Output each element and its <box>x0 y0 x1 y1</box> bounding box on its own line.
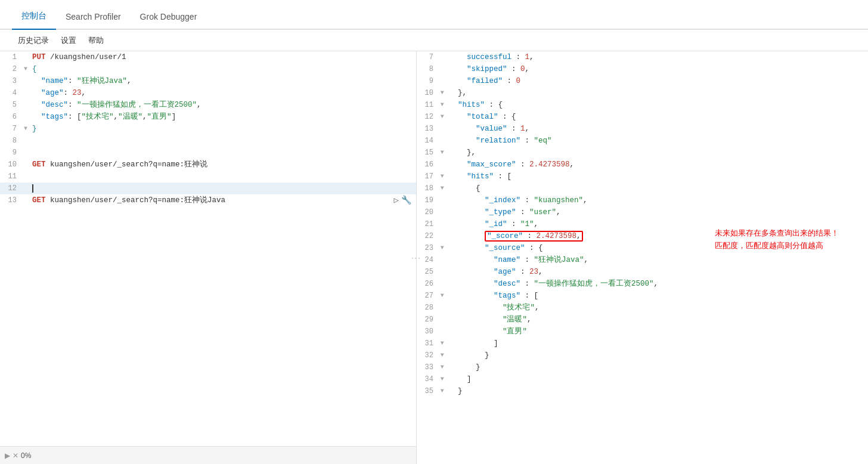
output-panel[interactable]: 7 successful : 1, 8 "skipped" : 0, 9 "fa… <box>417 51 868 464</box>
out-linenum-17: 17 <box>417 171 438 182</box>
output-line-29: 29 "温暖", <box>417 314 868 326</box>
out-linenum-16: 16 <box>417 159 438 171</box>
output-line-34: 34 ▼ ] <box>417 373 868 385</box>
out-linenum-34: 34 <box>417 373 438 385</box>
wrench-icon[interactable]: 🔧 <box>401 194 411 206</box>
out-content-20: "_type" : "user", <box>447 206 868 218</box>
panel-resize-handle[interactable]: ⋮ <box>413 51 419 464</box>
line-content-12[interactable] <box>30 182 416 194</box>
play-progress-icon[interactable]: ▶ <box>5 451 10 460</box>
out-gutter-33[interactable]: ▼ <box>438 361 447 373</box>
output-line-18: 18 ▼ { <box>417 182 868 194</box>
out-content-25: "age" : 23, <box>447 266 868 278</box>
out-linenum-13: 13 <box>417 123 438 135</box>
main-area: 1 PUT /kuangshen/user/1 2 ▼ { 3 "name": … <box>0 51 868 464</box>
editor-line-11: 11 <box>0 171 416 182</box>
editor-line-2: 2 ▼ { <box>0 63 416 75</box>
line-number-11: 11 <box>0 171 21 182</box>
editor-line-13: 13 GET kuangshen/user/_search?q=name:狂神说… <box>0 194 416 206</box>
output-line-30: 30 "直男" <box>417 326 868 338</box>
out-linenum-11: 11 <box>417 99 438 111</box>
out-linenum-8: 8 <box>417 63 438 75</box>
output-line-17: 17 ▼ "hits" : [ <box>417 171 868 182</box>
output-line-9: 9 "failed" : 0 <box>417 75 868 87</box>
out-content-12: "total" : { <box>447 111 868 123</box>
tab-grok-debugger[interactable]: Grok Debugger <box>131 5 207 30</box>
output-line-7: 7 successful : 1, <box>417 51 868 63</box>
line-number-7: 7 <box>0 123 21 135</box>
out-linenum-7: 7 <box>417 51 438 63</box>
line-content-2[interactable]: { <box>30 63 416 75</box>
editor-line-8: 8 <box>0 135 416 147</box>
output-line-10: 10 ▼ }, <box>417 87 868 99</box>
out-linenum-35: 35 <box>417 385 438 397</box>
out-gutter-34[interactable]: ▼ <box>438 373 447 385</box>
output-line-26: 26 "desc" : "一顿操作猛如虎，一看工资2500", <box>417 278 868 290</box>
out-gutter-11[interactable]: ▼ <box>438 99 447 111</box>
line-number-10: 10 <box>0 159 21 171</box>
toolbar-history[interactable]: 历史记录 <box>12 33 55 48</box>
out-gutter-27[interactable]: ▼ <box>438 290 447 302</box>
editor-line-1: 1 PUT /kuangshen/user/1 <box>0 51 416 63</box>
editor-line-7: 7 ▼ } <box>0 123 416 135</box>
toolbar-help[interactable]: 帮助 <box>82 33 110 48</box>
editor-area[interactable]: 1 PUT /kuangshen/user/1 2 ▼ { 3 "name": … <box>0 51 416 446</box>
tab-console[interactable]: 控制台 <box>12 4 56 30</box>
line-content-3[interactable]: "name": "狂神说Java", <box>30 75 416 87</box>
out-content-35: } <box>447 385 868 397</box>
out-content-31: ] <box>447 338 868 349</box>
line-content-1[interactable]: PUT /kuangshen/user/1 <box>30 51 416 63</box>
top-nav: 控制台 Search Profiler Grok Debugger <box>0 0 868 30</box>
line-content-13[interactable]: GET kuangshen/user/_search?q=name:狂神说Jav… <box>30 194 393 206</box>
out-gutter-23[interactable]: ▼ <box>438 242 447 254</box>
toolbar-settings[interactable]: 设置 <box>55 33 82 48</box>
out-content-7: successful : 1, <box>447 51 868 63</box>
line-content-10[interactable]: GET kuangshen/user/_search?q=name:狂神说 <box>30 159 416 171</box>
editor-line-4: 4 "age": 23, <box>0 87 416 99</box>
out-linenum-23: 23 <box>417 242 438 254</box>
out-content-33: } <box>447 361 868 373</box>
run-icon[interactable]: ▷ <box>393 194 398 206</box>
output-line-16: 16 "max_score" : 2.4273598, <box>417 159 868 171</box>
out-gutter-15[interactable]: ▼ <box>438 147 447 159</box>
editor-line-6: 6 "tags": ["技术宅","温暖","直男"] <box>0 111 416 123</box>
line-number-8: 8 <box>0 135 21 147</box>
out-content-10: }, <box>447 87 868 99</box>
line-number-2: 2 <box>0 63 21 75</box>
line-number-4: 4 <box>0 87 21 99</box>
editor-line-5: 5 "desc": "一顿操作猛如虎，一看工资2500", <box>0 99 416 111</box>
output-line-20: 20 "_type" : "user", <box>417 206 868 218</box>
output-line-35: 35 ▼ } <box>417 385 868 397</box>
progress-percentage: 0% <box>21 451 31 460</box>
editor-line-10: 10 GET kuangshen/user/_search?q=name:狂神说 <box>0 159 416 171</box>
toolbar: 历史记录 设置 帮助 <box>0 30 868 51</box>
out-gutter-35[interactable]: ▼ <box>438 385 447 397</box>
stop-progress-icon[interactable]: ✕ <box>13 451 18 460</box>
out-linenum-32: 32 <box>417 349 438 361</box>
output-line-19: 19 "_index" : "kuangshen", <box>417 194 868 206</box>
score-annotation: 未来如果存在多条查询出来的结果！ 匹配度，匹配度越高则分值越高 <box>715 228 839 253</box>
out-content-26: "desc" : "一顿操作猛如虎，一看工资2500", <box>447 278 868 290</box>
out-gutter-10[interactable]: ▼ <box>438 87 447 99</box>
out-linenum-25: 25 <box>417 266 438 278</box>
output-line-27: 27 ▼ "tags" : [ <box>417 290 868 302</box>
output-line-32: 32 ▼ } <box>417 349 868 361</box>
drag-dots-icon: ⋮ <box>410 253 421 262</box>
line-gutter-7[interactable]: ▼ <box>21 123 30 135</box>
out-gutter-31[interactable]: ▼ <box>438 338 447 349</box>
line-content-7[interactable]: } <box>30 123 416 135</box>
line-content-6[interactable]: "tags": ["技术宅","温暖","直男"] <box>30 111 416 123</box>
line-content-5[interactable]: "desc": "一顿操作猛如虎，一看工资2500", <box>30 99 416 111</box>
line-gutter-2[interactable]: ▼ <box>21 63 30 75</box>
output-line-25: 25 "age" : 23, <box>417 266 868 278</box>
out-gutter-18[interactable]: ▼ <box>438 182 447 194</box>
out-content-29: "温暖", <box>447 314 868 326</box>
out-content-11: "hits" : { <box>447 99 868 111</box>
out-gutter-17[interactable]: ▼ <box>438 171 447 182</box>
out-gutter-32[interactable]: ▼ <box>438 349 447 361</box>
out-gutter-12[interactable]: ▼ <box>438 111 447 123</box>
tab-search-profiler[interactable]: Search Profiler <box>56 5 131 30</box>
out-linenum-28: 28 <box>417 302 438 314</box>
line-content-4[interactable]: "age": 23, <box>30 87 416 99</box>
out-content-17: "hits" : [ <box>447 171 868 182</box>
